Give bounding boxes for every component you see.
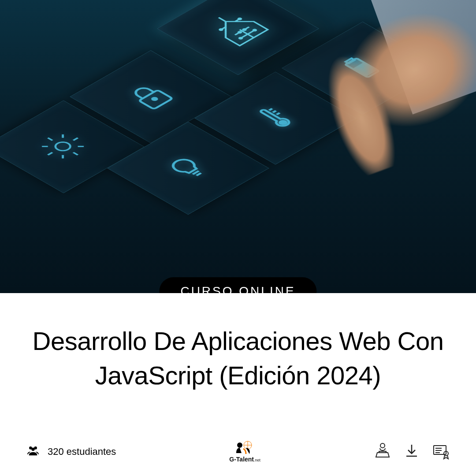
badge-label: CURSO ONLINE [180, 284, 295, 293]
student-count-label: 320 estudiantes [48, 446, 116, 457]
lock-icon [113, 74, 189, 118]
svg-point-0 [52, 140, 74, 152]
svg-point-18 [237, 443, 242, 448]
lightbulb-icon [150, 146, 227, 190]
course-type-badge: CURSO ONLINE [159, 277, 316, 293]
people-icon [26, 445, 40, 459]
laptop-user-icon [374, 442, 391, 461]
hero-tile-gear [0, 100, 145, 193]
hero-image: CURSO ONLINE [0, 0, 476, 293]
brand-logo-text: G-Talent.net [229, 456, 260, 463]
brand-name-main: G-Talent [229, 456, 254, 463]
brand-logo: G-Talent.net [229, 441, 260, 463]
svg-point-3 [219, 28, 223, 30]
hero-tile-lock [70, 50, 232, 143]
student-count: 320 estudiantes [26, 445, 116, 459]
svg-point-4 [238, 18, 242, 20]
brand-name-suffix: .net [254, 458, 260, 462]
course-title: Desarrollo De Aplicaciones Web Con JavaS… [26, 324, 450, 393]
footer-bar: 320 estudiantes G-Talent.net [26, 432, 450, 463]
svg-point-2 [152, 97, 158, 100]
gear-icon [26, 125, 102, 168]
svg-point-20 [380, 443, 385, 448]
certificate-icon [432, 442, 450, 461]
content-area: Desarrollo De Aplicaciones Web Con JavaS… [0, 293, 476, 476]
download-icon [403, 442, 420, 461]
feature-icons [374, 442, 450, 461]
brand-logo-mark [235, 441, 255, 455]
svg-point-17 [31, 447, 35, 451]
